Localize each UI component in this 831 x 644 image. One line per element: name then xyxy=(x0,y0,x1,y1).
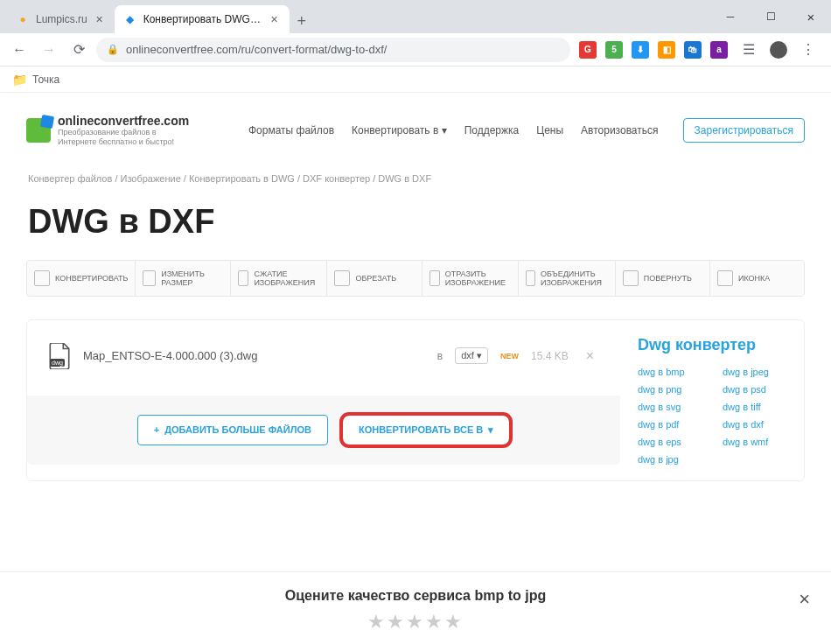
ext-icon[interactable]: ◧ xyxy=(658,41,675,59)
folder-icon: 📁 xyxy=(12,73,27,87)
new-badge: NEW xyxy=(500,352,519,360)
window-controls: ─ ☐ × xyxy=(710,0,831,33)
browser-tabstrip: ● Lumpics.ru × ◆ Конвертировать DWG в DX… xyxy=(0,0,831,33)
favicon-icon: ◆ xyxy=(123,12,137,26)
chevron-down-icon: ▾ xyxy=(488,424,493,436)
bookmarks-bar: 📁 Точка xyxy=(0,66,831,93)
address-bar: ← → ⟳ 🔒 onlineconvertfree.com/ru/convert… xyxy=(0,33,831,66)
link-dwg-jpeg[interactable]: dwg в jpeg xyxy=(723,367,795,377)
site-logo[interactable]: onlineconvertfree.com Преобразование фай… xyxy=(26,114,189,147)
readlist-icon[interactable]: ☰ xyxy=(737,38,761,62)
tool-merge[interactable]: ОБЪЕДИНИТЬ ИЗОБРАЖЕНИЯ xyxy=(519,261,616,296)
sidebar-title: Dwg конвертер xyxy=(638,336,795,354)
ext-icon[interactable]: 🛍 xyxy=(684,41,702,59)
forward-button[interactable]: → xyxy=(37,38,61,62)
tool-rotate[interactable]: ПОВЕРНУТЬ xyxy=(616,261,710,296)
resize-icon xyxy=(143,270,156,286)
tool-resize[interactable]: ИЗМЕНИТЬ РАЗМЕР xyxy=(136,261,230,296)
file-row: dwg Map_ENTSO-E-4.000.000 (3).dwg в dxf … xyxy=(48,336,599,396)
sidebar-links: Dwg конвертер dwg в bmp dwg в jpeg dwg в… xyxy=(638,320,804,480)
to-label: в xyxy=(437,350,443,362)
link-dwg-jpg[interactable]: dwg в jpg xyxy=(638,454,710,465)
site-header: onlineconvertfree.com Преобразование фай… xyxy=(26,107,805,164)
tool-flip[interactable]: ОТРАЗИТЬ ИЗОБРАЖЕНИЕ xyxy=(422,261,519,296)
bookmark-item[interactable]: Точка xyxy=(32,74,59,86)
tab-title: Lumpics.ru xyxy=(36,13,87,25)
favicon-icon: ● xyxy=(16,12,30,26)
tool-icon[interactable]: ИКОНКА xyxy=(710,261,804,296)
file-panel: dwg Map_ENTSO-E-4.000.000 (3).dwg в dxf … xyxy=(26,319,805,481)
link-dwg-tiff[interactable]: dwg в tiff xyxy=(723,402,795,412)
link-dwg-wmf[interactable]: dwg в wmf xyxy=(723,437,795,447)
close-icon[interactable]: × xyxy=(269,13,281,25)
extensions: G 5 ⬇ ◧ 🛍 a ☰ ⋮ xyxy=(576,38,824,62)
crop-icon xyxy=(334,270,350,286)
page-content: onlineconvertfree.com Преобразование фай… xyxy=(0,93,831,644)
rating-stars[interactable]: ★★★★★ xyxy=(26,611,805,634)
convert-all-button[interactable]: КОНВЕРТИРОВАТЬ ВСЕ В ▾ xyxy=(342,415,510,445)
tool-tabs: КОНВЕРТИРОВАТЬ ИЗМЕНИТЬ РАЗМЕР СЖАТИЕ ИЗ… xyxy=(26,260,805,297)
remove-file-button[interactable]: × xyxy=(581,348,599,364)
merge-icon xyxy=(526,270,535,286)
new-tab-button[interactable]: + xyxy=(290,9,314,33)
ext-icon[interactable]: a xyxy=(710,41,728,59)
ext-icon[interactable]: 5 xyxy=(605,41,623,59)
rotate-icon xyxy=(623,270,639,286)
add-files-button[interactable]: +ДОБАВИТЬ БОЛЬШЕ ФАЙЛОВ xyxy=(137,415,328,445)
nav-support[interactable]: Поддержка xyxy=(464,124,520,136)
icon-icon xyxy=(717,270,733,286)
format-select[interactable]: dxf ▾ xyxy=(455,347,488,364)
link-dwg-png[interactable]: dwg в png xyxy=(638,384,710,395)
lock-icon: 🔒 xyxy=(107,44,119,55)
back-button[interactable]: ← xyxy=(7,38,31,62)
tab-converter[interactable]: ◆ Конвертировать DWG в DXF он × xyxy=(115,5,290,33)
avatar-icon[interactable] xyxy=(770,41,787,59)
site-tagline: Преобразование файлов в Интернете беспла… xyxy=(58,128,189,147)
main-nav: Форматы файлов Конвертировать в ▾ Поддер… xyxy=(248,124,659,136)
file-size: 15.4 KB xyxy=(531,350,569,362)
minimize-button[interactable]: ─ xyxy=(710,0,751,33)
link-dwg-dxf[interactable]: dwg в dxf xyxy=(723,419,795,430)
link-dwg-eps[interactable]: dwg в eps xyxy=(638,437,710,447)
chevron-down-icon: ▾ xyxy=(477,350,482,360)
url-text: onlineconvertfree.com/ru/convert-format/… xyxy=(126,43,387,56)
ext-icon[interactable]: G xyxy=(579,41,597,59)
link-dwg-psd[interactable]: dwg в psd xyxy=(723,384,795,395)
tab-lumpics[interactable]: ● Lumpics.ru × xyxy=(7,5,115,33)
logo-icon xyxy=(26,118,51,143)
link-dwg-pdf[interactable]: dwg в pdf xyxy=(638,419,710,430)
page-title: DWG в DXF xyxy=(26,200,805,260)
nav-login[interactable]: Авторизоваться xyxy=(581,124,658,136)
tab-title: Конвертировать DWG в DXF он xyxy=(143,13,262,25)
file-ext-label: dwg xyxy=(50,359,65,367)
register-button[interactable]: Зарегистрироваться xyxy=(683,118,805,143)
link-dwg-bmp[interactable]: dwg в bmp xyxy=(638,367,710,377)
close-icon[interactable]: × xyxy=(94,13,106,25)
reload-button[interactable]: ⟳ xyxy=(66,38,91,62)
close-window-button[interactable]: × xyxy=(791,0,831,33)
close-banner-button[interactable]: × xyxy=(799,588,810,611)
maximize-button[interactable]: ☐ xyxy=(751,0,791,33)
tool-convert[interactable]: КОНВЕРТИРОВАТЬ xyxy=(27,261,136,296)
action-row: +ДОБАВИТЬ БОЛЬШЕ ФАЙЛОВ КОНВЕРТИРОВАТЬ В… xyxy=(27,396,620,465)
convert-icon xyxy=(34,270,50,286)
rating-banner: Оцените качество сервиса bmp to jpg ★★★★… xyxy=(0,571,831,644)
breadcrumb[interactable]: Конвертер файлов / Изображение / Конверт… xyxy=(26,164,805,200)
site-name: onlineconvertfree.com xyxy=(58,114,189,128)
ext-icon[interactable]: ⬇ xyxy=(632,41,649,59)
compress-icon xyxy=(238,270,249,286)
nav-pricing[interactable]: Цены xyxy=(536,124,563,136)
flip-icon xyxy=(429,270,440,286)
nav-convert[interactable]: Конвертировать в ▾ xyxy=(352,124,447,136)
url-input[interactable]: 🔒 onlineconvertfree.com/ru/convert-forma… xyxy=(96,38,570,62)
chevron-down-icon: ▾ xyxy=(442,124,447,136)
nav-formats[interactable]: Форматы файлов xyxy=(248,124,334,136)
link-dwg-svg[interactable]: dwg в svg xyxy=(638,402,710,412)
file-name: Map_ENTSO-E-4.000.000 (3).dwg xyxy=(83,349,425,362)
rating-title: Оцените качество сервиса bmp to jpg xyxy=(26,588,805,604)
tool-compress[interactable]: СЖАТИЕ ИЗОБРАЖЕНИЯ xyxy=(231,261,328,296)
menu-icon[interactable]: ⋮ xyxy=(796,38,821,62)
tool-crop[interactable]: ОБРЕЗАТЬ xyxy=(327,261,422,296)
file-icon: dwg xyxy=(48,343,71,369)
plus-icon: + xyxy=(154,424,159,435)
